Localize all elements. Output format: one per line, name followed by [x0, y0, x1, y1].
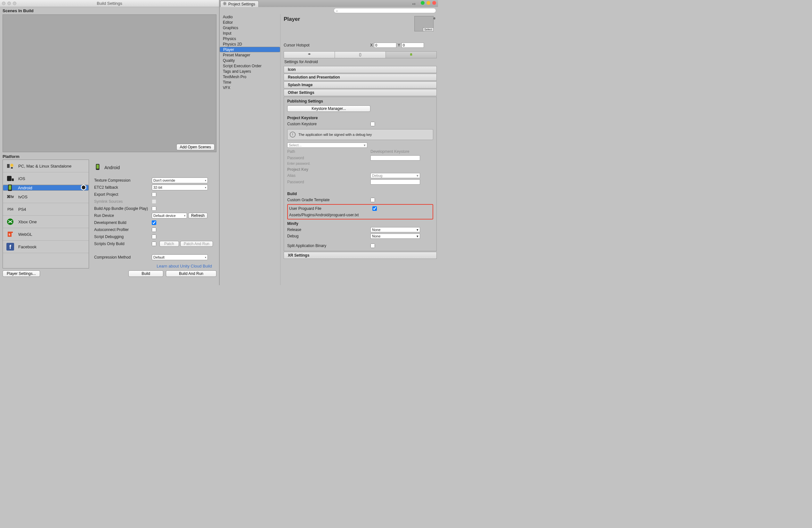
proguard-highlight-box: User Proguard File Assets/Plugins/Androi…	[287, 204, 433, 219]
tab-standalone[interactable]	[284, 52, 335, 58]
svg-point-1	[10, 164, 13, 167]
texture-compression-select[interactable]: Don't override▾	[152, 177, 208, 183]
svg-text:f: f	[9, 244, 12, 250]
svg-point-9	[7, 218, 13, 225]
patch-run-button: Patch And Run	[180, 241, 213, 247]
svg-text:!: !	[292, 132, 293, 137]
svg-text:5: 5	[9, 233, 10, 236]
cat-quality[interactable]: Quality	[220, 58, 280, 63]
scripts-only-checkbox[interactable]	[152, 242, 156, 246]
cat-graphics[interactable]: Graphics	[220, 25, 280, 30]
ps4-icon: PS4	[5, 204, 16, 214]
searchbar: ⌕	[220, 7, 438, 14]
foldout-icon[interactable]: Icon	[284, 66, 437, 73]
traffic-red[interactable]	[432, 1, 436, 5]
build-and-run-button[interactable]: Build And Run	[166, 270, 216, 277]
search-icon: ⌕	[336, 9, 338, 13]
foldout-xr[interactable]: XR Settings	[284, 252, 437, 259]
scenes-list[interactable]: Add Open Scenes	[3, 14, 216, 152]
cursor-x-input[interactable]	[374, 43, 396, 48]
cat-preset[interactable]: Preset Manager	[220, 52, 280, 58]
cat-input[interactable]: Input	[220, 30, 280, 36]
etc2-fallback-select[interactable]: 32-bit▾	[152, 185, 208, 190]
cursor-y-input[interactable]	[402, 43, 424, 48]
cat-physics[interactable]: Physics	[220, 36, 280, 41]
publishing-settings: Publishing Settings Keystore Manager... …	[284, 97, 437, 251]
patch-button: Patch	[159, 241, 179, 247]
build-button[interactable]: Build	[128, 270, 163, 277]
svg-rect-2	[7, 176, 12, 181]
panel-title: Player	[284, 14, 437, 24]
minify-release-select[interactable]: None▾	[371, 227, 420, 232]
gear-icon	[222, 1, 227, 7]
facebook-icon: f	[5, 242, 16, 252]
symlink-checkbox	[152, 199, 156, 204]
split-binary-checkbox[interactable]	[371, 243, 375, 248]
category-list: Audio Editor Graphics Input Physics Phys…	[220, 14, 280, 285]
user-proguard-checkbox[interactable]	[372, 206, 377, 211]
svg-point-6	[10, 190, 10, 191]
custom-keystore-checkbox[interactable]	[371, 122, 375, 126]
foldout-other[interactable]: Other Settings	[284, 89, 437, 96]
project-settings-window: Project Settings ▪≡ ⌕ Audio Editor Graph…	[219, 0, 438, 285]
compression-select[interactable]: Default▾	[152, 254, 208, 260]
refresh-button[interactable]: Refresh	[188, 213, 207, 218]
minify-debug-select[interactable]: None▾	[371, 233, 420, 239]
default-icon-picker[interactable]: Select	[414, 16, 434, 31]
cat-editor[interactable]: Editor	[220, 19, 280, 25]
cat-seo[interactable]: Script Execution Order	[220, 63, 280, 69]
svg-rect-0	[7, 164, 10, 168]
run-device-select[interactable]: Default device▾	[152, 213, 187, 218]
platform-item-android[interactable]: Android	[3, 185, 89, 191]
export-project-checkbox[interactable]	[152, 192, 156, 197]
platform-item-webgl[interactable]: 5 WebGL	[3, 228, 89, 241]
platform-item-standalone[interactable]: PC, Mac & Linux Standalone	[3, 160, 89, 172]
keystore-select: Select...▾	[287, 143, 367, 148]
custom-gradle-checkbox[interactable]	[371, 198, 375, 202]
tab-ios[interactable]	[335, 52, 386, 58]
selected-platform-title: Android	[104, 165, 120, 170]
keystore-manager-button[interactable]: Keystore Manager...	[287, 105, 371, 112]
platform-item-tvos[interactable]: ⌘tv tvOS	[3, 191, 89, 203]
cat-physics2d[interactable]: Physics 2D	[220, 41, 280, 47]
tab-project-settings[interactable]: Project Settings	[220, 1, 259, 7]
tab-android[interactable]	[386, 52, 436, 58]
autoconnect-checkbox[interactable]	[152, 227, 156, 232]
platform-item-xboxone[interactable]: Xbox One	[3, 216, 89, 228]
platform-tabs	[284, 51, 437, 58]
build-options: Android Texture CompressionDon't overrid…	[93, 159, 216, 269]
cat-vfx[interactable]: VFX	[220, 85, 280, 90]
cat-player[interactable]: Player	[220, 47, 280, 52]
cat-tmp[interactable]: TextMesh Pro	[220, 74, 280, 80]
app-bundle-checkbox[interactable]	[152, 206, 156, 211]
platform-item-ios[interactable]: iOS	[3, 172, 89, 185]
window-title: Build Settings	[0, 1, 219, 6]
search-input[interactable]: ⌕	[334, 8, 436, 13]
platform-item-facebook[interactable]: f Facebook	[3, 241, 89, 253]
cat-tags[interactable]: Tags and Layers	[220, 69, 280, 74]
cursor-hotspot-label: Cursor Hotspot	[284, 43, 370, 47]
foldout-splash[interactable]: Splash Image	[284, 81, 437, 88]
cloud-build-link[interactable]: Learn about Unity Cloud Build	[94, 261, 215, 269]
standalone-icon	[5, 161, 16, 171]
svg-rect-3	[12, 179, 14, 181]
cat-time[interactable]: Time	[220, 80, 280, 85]
view-options-icon[interactable]: ▪≡	[412, 2, 416, 6]
traffic-yellow[interactable]	[426, 1, 430, 5]
unity-logo-icon	[80, 184, 87, 191]
settings-for-label: Settings for Android	[284, 58, 437, 65]
android-icon	[4, 183, 15, 192]
dev-build-checkbox[interactable]	[152, 220, 156, 225]
cat-audio[interactable]: Audio	[220, 14, 280, 19]
tab-strip: Project Settings ▪≡	[220, 0, 438, 7]
svg-point-15	[224, 3, 226, 4]
script-debug-checkbox[interactable]	[152, 234, 156, 239]
titlebar: Build Settings	[0, 0, 219, 7]
svg-rect-14	[96, 165, 99, 169]
platform-item-ps4[interactable]: PS4 PS4	[3, 203, 89, 216]
add-open-scenes-button[interactable]: Add Open Scenes	[176, 144, 215, 150]
foldout-resolution[interactable]: Resolution and Presentation	[284, 74, 437, 81]
player-settings-button[interactable]: Player Settings...	[3, 270, 40, 277]
scenes-in-build-label: Scenes In Build	[0, 7, 219, 14]
traffic-green[interactable]	[421, 1, 424, 5]
